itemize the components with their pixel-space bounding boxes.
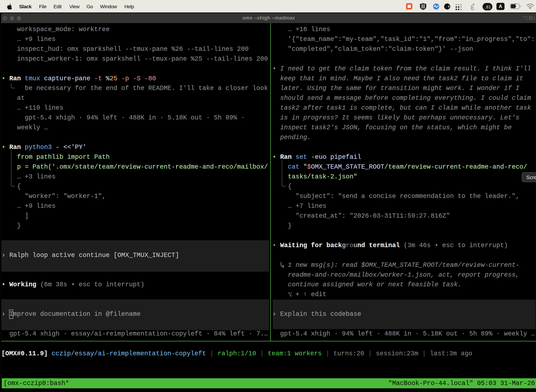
svg-text:1: 1 [533,16,536,21]
